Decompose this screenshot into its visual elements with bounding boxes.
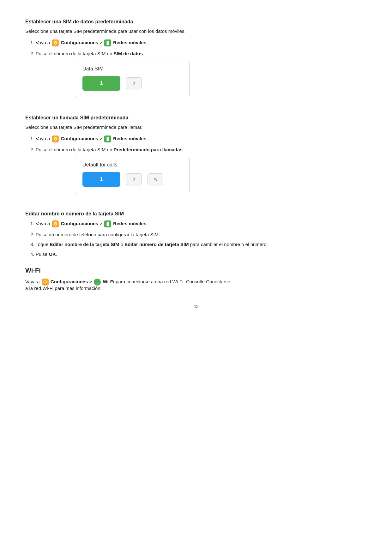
section3-title: Editar nombre o número de la tarjeta SIM	[25, 211, 367, 217]
s2-step1-mobile-label: Redes móviles	[113, 136, 146, 141]
default-calls-box: Default for calls 1 2 ✎	[76, 157, 190, 193]
section3-step2: 2. Pulse un número de teléfono para conf…	[25, 232, 367, 237]
mobile-icon-2	[104, 135, 111, 142]
section3-step4: 4. Pulse OK.	[25, 251, 367, 257]
section3-step1: 1. Vaya a Configuraciones > Redes móvile…	[25, 220, 367, 227]
mobile-icon-1	[104, 39, 111, 46]
s3-step1-arrow: >	[100, 221, 104, 226]
step1-mobile-label: Redes móviles	[113, 40, 146, 45]
settings-icon-4	[42, 279, 49, 286]
s3-step1-prefix: 1. Vaya a	[30, 221, 51, 226]
call-sim-pencil-button[interactable]: ✎	[148, 173, 163, 185]
step1-suffix: .	[148, 40, 149, 45]
s3-step3-suffix: para cambiar el nombre o el número.	[189, 242, 268, 247]
sim1-button-green[interactable]: 1	[82, 76, 120, 91]
section-data-sim: Establecer una SIM de datos predetermina…	[25, 19, 367, 105]
data-sim-buttons: 1 2	[82, 76, 183, 91]
data-sim-box-title: Data SIM	[82, 66, 183, 72]
s3-step3-prefix: 3. Toque	[30, 242, 50, 247]
section1-title: Establecer una SIM de datos predetermina…	[25, 19, 367, 25]
section2-title: Establecer un llamada SIM predeterminada	[25, 115, 367, 121]
data-sim-box: Data SIM 1 2	[76, 61, 190, 97]
s2-step2-suffix: .	[183, 147, 184, 152]
step2-text: 2. Pulse el número de la tarjeta SIM en	[30, 51, 113, 56]
section3-step3: 3. Toque Editar nombre de la tarjeta SIM…	[25, 242, 367, 247]
settings-icon-1	[52, 39, 59, 46]
section-call-sim: Establecer un llamada SIM predeterminada…	[25, 115, 367, 201]
section2-step1: 1. Vaya a Configuraciones > Redes móvile…	[25, 135, 367, 142]
s3-step3-middle: o	[119, 242, 125, 247]
s3-step1-suffix: .	[148, 221, 149, 226]
mobile-icon-3	[104, 220, 111, 227]
wifi-desc-arrow: >	[89, 279, 93, 284]
section1-step1: 1. Vaya a Configuraciones > Redes móvile…	[25, 39, 367, 46]
s3-step4-prefix: 4. Pulse	[30, 251, 49, 257]
wifi-icon	[94, 279, 101, 286]
s3-step4-suffix: .	[56, 251, 57, 257]
default-calls-buttons: 1 2 ✎	[82, 172, 183, 187]
sim2-button-outline[interactable]: 2	[126, 77, 142, 89]
s2-step2-bold: Predeterminado para llamadas	[113, 147, 182, 152]
wifi-title: Wi-Fi	[25, 267, 367, 274]
s3-step1-settings-label: Configuraciones	[61, 221, 98, 226]
s3-step1-mobile-label: Redes móviles	[113, 221, 146, 226]
s3-step4-bold: OK	[49, 251, 56, 257]
s2-step1-settings-label: Configuraciones	[61, 136, 98, 141]
s2-step2-text: 2. Pulse el número de la tarjeta SIM en	[30, 147, 113, 152]
section1-step2: 2. Pulse el número de la tarjeta SIM en …	[25, 51, 367, 56]
wifi-desc-wifi: Wi-Fi	[103, 279, 115, 284]
page-number: 43	[25, 304, 367, 309]
s3-step3-bold2: Editar número de tarjeta SIM	[124, 242, 189, 247]
section1-desc: Seleccione una tarjeta SIM predeterminad…	[25, 28, 367, 34]
section2-desc: Seleccione una tarjeta SIM predeterminad…	[25, 124, 367, 130]
s2-step1-suffix: .	[148, 136, 149, 141]
s2-step1-arrow: >	[100, 136, 104, 141]
section-edit-sim: Editar nombre o número de la tarjeta SIM…	[25, 211, 367, 257]
wifi-desc: Vaya a Configuraciones > Wi-Fi para cone…	[25, 279, 367, 291]
wifi-desc-settings: Configuraciones	[51, 279, 88, 284]
s2-step1-prefix: 1. Vaya a	[30, 136, 51, 141]
section2-step2: 2. Pulse el número de la tarjeta SIM en …	[25, 147, 367, 152]
step2-suffix: .	[143, 51, 144, 56]
section-wifi: Wi-Fi Vaya a Configuraciones > Wi-Fi par…	[25, 267, 367, 291]
settings-icon-2	[52, 135, 59, 142]
wifi-desc2: a la red Wi-Fi para más información.	[25, 286, 102, 291]
step1-settings-label: Configuraciones	[61, 40, 98, 45]
wifi-desc-prefix: Vaya a	[25, 279, 41, 284]
step2-bold: SIM de datos	[113, 51, 143, 56]
wifi-desc-suffix: para conectarse a una red Wi-Fi. Consult…	[116, 279, 230, 284]
s3-step3-bold1: Editar nombre de la tarjeta SIM	[50, 242, 119, 247]
step1-prefix: 1. Vaya a	[30, 40, 51, 45]
call-sim2-button-outline[interactable]: 2	[126, 173, 142, 185]
settings-icon-3	[52, 220, 59, 227]
default-calls-box-title: Default for calls	[82, 162, 183, 168]
step1-arrow: >	[100, 40, 104, 45]
call-sim1-button-blue[interactable]: 1	[82, 172, 120, 187]
